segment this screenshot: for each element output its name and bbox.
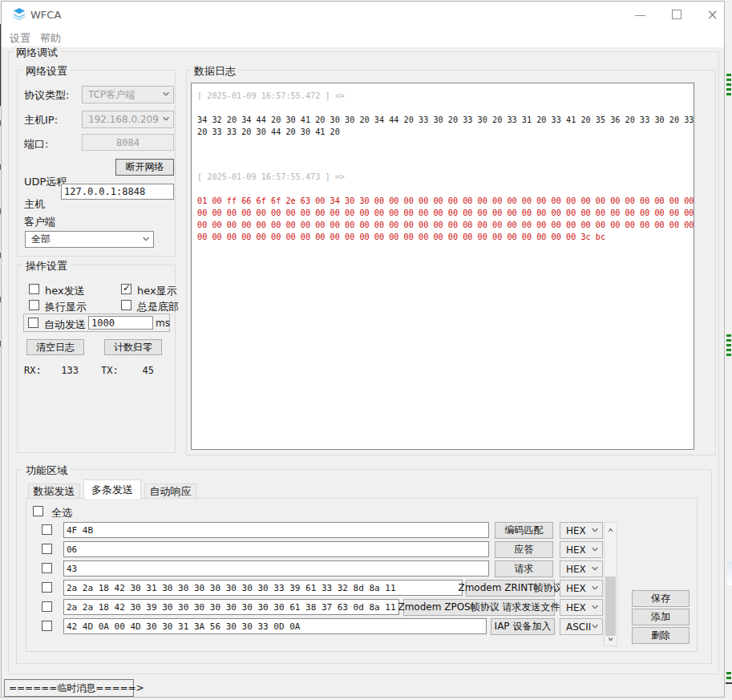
data-log-textarea[interactable]: [ 2025-01-09 16:57:55.472 ] <= 34 32 20 … bbox=[191, 83, 694, 450]
log-rx-line: 34 32 20 34 44 20 30 41 20 30 30 20 34 4… bbox=[197, 114, 688, 126]
host-ip-select[interactable]: 192.168.0.209∨ bbox=[82, 111, 174, 128]
tab-data-send[interactable]: 数据发送 bbox=[28, 484, 80, 499]
multi-send-row-checkbox[interactable] bbox=[42, 524, 52, 535]
rx-value: 133 bbox=[55, 365, 79, 376]
chevron-down-icon: ∨ bbox=[161, 115, 171, 122]
protocol-select[interactable]: TCP客户端∨ bbox=[82, 86, 174, 103]
tab-label: 自动响应 bbox=[150, 484, 192, 499]
log-timestamp-tx: [ 2025-01-09 16:57:55.473 ] => bbox=[197, 171, 688, 183]
format-value: HEX bbox=[566, 544, 586, 556]
multi-send-row-button[interactable]: IAP 设备加入 bbox=[491, 618, 555, 635]
row-format-select[interactable]: HEX∨ bbox=[560, 580, 603, 597]
multi-send-row-input[interactable] bbox=[63, 599, 399, 615]
tx-label: TX: bbox=[101, 365, 119, 376]
client-select[interactable]: 全部∨ bbox=[25, 231, 154, 248]
auto-send-label: 自动发送 bbox=[44, 318, 86, 332]
tab-multi-send[interactable]: 多条发送 bbox=[83, 479, 141, 499]
group-network-settings-title: 网络设置 bbox=[22, 64, 71, 79]
delete-button[interactable]: 删除 bbox=[632, 627, 690, 644]
multi-send-row-checkbox[interactable] bbox=[42, 563, 52, 573]
chevron-down-icon: ∨ bbox=[590, 564, 600, 571]
protocol-value: TCP客户端 bbox=[88, 88, 135, 102]
multi-send-row-input[interactable] bbox=[63, 522, 489, 538]
multi-send-row-input[interactable] bbox=[63, 580, 463, 596]
group-operation-settings-title: 操作设置 bbox=[22, 259, 71, 273]
always-bottom-checkbox[interactable] bbox=[121, 300, 131, 310]
close-button[interactable]: × bbox=[694, 2, 730, 27]
multi-send-row-button[interactable]: 应答 bbox=[495, 541, 553, 558]
log-timestamp-rx: [ 2025-01-09 16:57:55.472 ] <= bbox=[197, 90, 688, 102]
hex-send-checkbox[interactable] bbox=[29, 284, 39, 294]
status-message-text: ======临时消息=====> bbox=[9, 682, 144, 695]
protocol-label: 协议类型: bbox=[24, 88, 69, 103]
select-all-checkbox[interactable] bbox=[33, 506, 43, 516]
multi-send-row-checkbox[interactable] bbox=[42, 601, 52, 612]
row-format-select[interactable]: HEX∨ bbox=[560, 522, 603, 539]
newline-display-label: 换行显示 bbox=[45, 300, 87, 314]
client-value: 全部 bbox=[31, 233, 51, 246]
save-button[interactable]: 保存 bbox=[632, 590, 690, 607]
group-network-debug-title: 网络调试 bbox=[13, 46, 61, 60]
log-tx-line: 01 00 ff 66 6f 6f 2e 63 00 34 30 30 00 0… bbox=[197, 195, 688, 207]
chevron-down-icon: ∨ bbox=[590, 526, 600, 532]
tab-auto-response[interactable]: 自动响应 bbox=[144, 484, 196, 499]
row-format-select[interactable]: HEX∨ bbox=[560, 599, 603, 616]
select-all-label: 全选 bbox=[51, 506, 72, 520]
multi-send-row-input[interactable] bbox=[63, 618, 487, 634]
minimize-button[interactable]: — bbox=[622, 2, 658, 27]
row-format-select[interactable]: HEX∨ bbox=[560, 541, 603, 558]
group-data-log-title: 数据日志 bbox=[191, 64, 239, 79]
log-rx-line: 20 33 33 20 30 44 20 30 41 20 bbox=[197, 126, 688, 138]
hex-show-checkbox[interactable] bbox=[121, 284, 131, 294]
close-icon: × bbox=[706, 6, 718, 22]
tx-value: 45 bbox=[130, 365, 154, 376]
format-value: ASCII bbox=[566, 621, 591, 633]
multi-send-row-checkbox[interactable] bbox=[42, 621, 52, 631]
chevron-down-icon: ∨ bbox=[590, 584, 600, 590]
disconnect-button[interactable]: 断开网络 bbox=[115, 159, 174, 176]
multi-send-row-button[interactable]: Zmodem ZRINT帧协议 bbox=[466, 580, 555, 597]
multi-send-row-checkbox[interactable] bbox=[42, 582, 52, 593]
chevron-down-icon: ∨ bbox=[590, 545, 600, 552]
maximize-button[interactable] bbox=[658, 2, 694, 27]
scroll-up-icon[interactable]: ∧ bbox=[603, 525, 619, 534]
multi-send-scrollbar[interactable]: ∧ ∨ bbox=[604, 522, 617, 646]
multi-send-row-checkbox[interactable] bbox=[42, 544, 52, 554]
clear-log-button[interactable]: 清空日志 bbox=[26, 339, 84, 355]
desktop-icon-artifact bbox=[726, 682, 732, 684]
tab-label: 数据发送 bbox=[34, 484, 75, 499]
multi-send-row-input[interactable] bbox=[63, 560, 489, 577]
log-tx-line: 00 00 00 00 00 00 00 00 00 00 00 00 00 0… bbox=[197, 207, 688, 219]
menu-help[interactable]: 帮助 bbox=[40, 31, 61, 46]
udp-remote-label-line2: 主机 bbox=[24, 197, 45, 212]
always-bottom-label: 总是底部 bbox=[137, 300, 179, 314]
desktop-icon-artifact bbox=[726, 334, 731, 356]
row-format-select[interactable]: HEX∨ bbox=[560, 560, 603, 577]
scroll-down-icon[interactable]: ∨ bbox=[603, 634, 619, 643]
log-tx-line: 00 00 00 00 00 00 00 00 00 00 00 00 00 0… bbox=[197, 231, 688, 243]
hex-show-label: hex显示 bbox=[137, 284, 177, 298]
client-label: 客户端 bbox=[24, 215, 55, 229]
group-function-area-title: 功能区域 bbox=[22, 463, 71, 478]
auto-send-checkbox[interactable] bbox=[28, 318, 38, 328]
desktop-icon-artifact bbox=[726, 672, 731, 680]
port-input[interactable] bbox=[82, 134, 174, 151]
menu-settings[interactable]: 设置 bbox=[10, 31, 30, 46]
add-button[interactable]: 添加 bbox=[632, 609, 690, 625]
status-message: ======临时消息=====> bbox=[4, 679, 134, 697]
log-tx-line: 00 00 00 00 00 00 00 00 00 00 00 00 00 0… bbox=[197, 219, 688, 231]
rx-label: RX: bbox=[24, 365, 42, 376]
desktop-icon-artifact bbox=[726, 74, 731, 95]
multi-send-row-input[interactable] bbox=[63, 541, 489, 557]
port-label: 端口: bbox=[24, 137, 48, 152]
auto-send-interval-input[interactable] bbox=[88, 316, 153, 330]
scrollbar-thumb[interactable] bbox=[605, 577, 616, 636]
row-format-select[interactable]: ASCII∨ bbox=[560, 618, 603, 635]
newline-display-checkbox[interactable] bbox=[29, 300, 39, 310]
multi-send-row-button[interactable]: Zmodem ZPOS帧协议 请求发送文件 bbox=[403, 599, 555, 616]
multi-send-row-button[interactable]: 请求 bbox=[495, 560, 553, 577]
title-bar[interactable]: WFCA — × bbox=[2, 2, 724, 27]
reset-count-button[interactable]: 计数归零 bbox=[104, 339, 162, 355]
multi-send-row-button[interactable]: 编码匹配 bbox=[495, 522, 553, 539]
udp-remote-input[interactable] bbox=[61, 184, 174, 200]
